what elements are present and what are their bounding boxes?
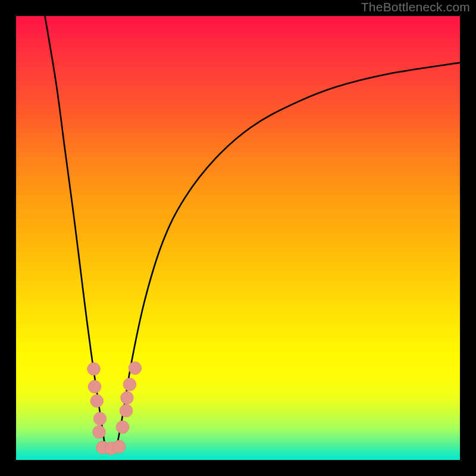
watermark-text: TheBottleneck.com — [0, 0, 476, 14]
curve-right-branch — [116, 62, 460, 451]
data-point — [93, 425, 106, 439]
chart-svg — [16, 16, 460, 460]
plot-area — [16, 16, 460, 460]
data-point — [129, 362, 142, 375]
data-point — [121, 392, 134, 405]
data-point — [93, 412, 107, 425]
data-point — [88, 380, 101, 393]
data-point — [120, 404, 133, 417]
outer-frame: TheBottleneck.com — [0, 0, 476, 476]
data-point — [123, 378, 136, 391]
data-point — [112, 440, 126, 453]
data-point — [90, 394, 104, 408]
data-point — [116, 421, 129, 434]
data-point — [87, 362, 101, 375]
